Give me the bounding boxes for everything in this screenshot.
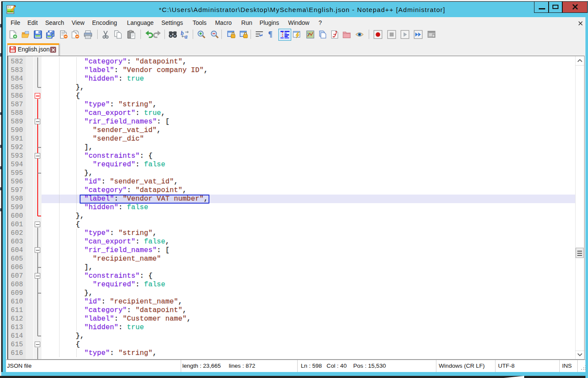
svg-text:a: a — [185, 33, 188, 39]
svg-text:b: b — [181, 30, 184, 36]
